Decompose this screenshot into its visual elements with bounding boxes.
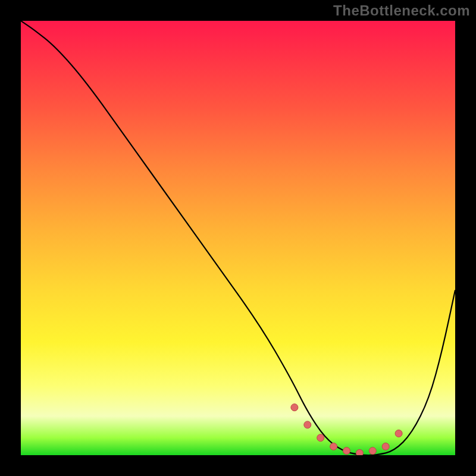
marker-dot bbox=[369, 447, 376, 455]
plot-area bbox=[21, 21, 455, 455]
marker-dot bbox=[291, 404, 298, 411]
watermark-text: TheBottleneck.com bbox=[333, 2, 470, 19]
marker-dot bbox=[356, 449, 363, 455]
chart-frame: TheBottleneck.com bbox=[0, 0, 476, 476]
marker-dot bbox=[343, 447, 350, 455]
highlight-markers bbox=[291, 404, 402, 455]
marker-dot bbox=[395, 430, 402, 437]
marker-dot bbox=[317, 434, 324, 441]
bottleneck-curve bbox=[21, 21, 455, 455]
marker-dot bbox=[382, 443, 389, 450]
marker-dot bbox=[304, 421, 311, 428]
chart-svg bbox=[21, 21, 455, 455]
marker-dot bbox=[330, 443, 337, 450]
